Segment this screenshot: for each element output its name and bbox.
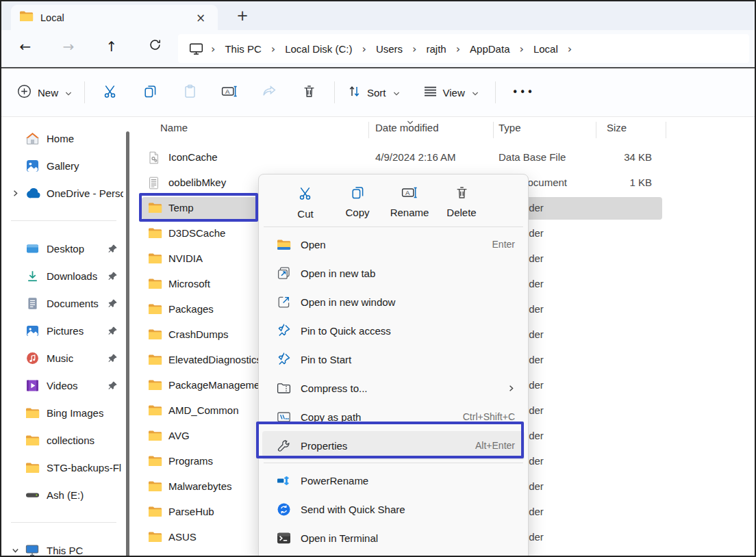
folder-icon — [23, 407, 41, 419]
sidebar-item-onedrive-personal[interactable]: OneDrive - Personal — [1, 179, 126, 207]
menu-item-compress-to-[interactable]: Compress to... — [262, 374, 525, 402]
file-name: D3DSCache — [168, 227, 225, 239]
column-header-name[interactable]: Name — [160, 122, 188, 133]
breadcrumb-item[interactable]: Users — [371, 40, 407, 57]
folder-icon — [148, 354, 163, 367]
terminal-icon — [276, 532, 291, 545]
chevron-right-icon[interactable] — [7, 190, 23, 197]
copy-icon — [143, 84, 158, 101]
pin-icon — [108, 244, 118, 254]
back-button[interactable]: ← — [16, 38, 34, 55]
pin-icon — [276, 324, 291, 338]
sidebar-item-this-pc[interactable]: This PC — [1, 536, 126, 556]
column-header-type[interactable]: Type — [499, 122, 521, 133]
breadcrumb-item[interactable]: Local Disk (C:) — [280, 40, 357, 57]
videos-icon — [23, 379, 41, 392]
column-separator[interactable] — [493, 122, 494, 138]
paste-button[interactable] — [170, 84, 210, 101]
plus-circle-icon — [16, 83, 32, 101]
column-separator[interactable] — [368, 122, 369, 138]
sidebar-item-downloads[interactable]: Downloads — [1, 262, 126, 289]
folder-icon — [148, 227, 163, 241]
view-icon — [423, 86, 438, 99]
column-separator[interactable] — [596, 122, 596, 138]
new-button[interactable]: New — [10, 78, 79, 107]
sidebar-item-label: collections — [47, 435, 94, 446]
folder-icon — [148, 252, 163, 266]
menu-item-powerrename[interactable]: PowerRename — [262, 466, 525, 495]
file-name: CrashDumps — [168, 328, 229, 340]
breadcrumb[interactable]: ›This PC›Local Disk (C:)›Users›rajth›App… — [178, 34, 749, 63]
sidebar-item-collections[interactable]: collections — [1, 426, 126, 454]
folder-icon — [148, 303, 163, 317]
breadcrumb-item[interactable]: AppData — [465, 40, 514, 57]
forward-button[interactable]: → — [60, 38, 77, 55]
sidebar-item-home[interactable]: Home — [1, 125, 126, 152]
sidebar-item-gallery[interactable]: Gallery — [1, 152, 126, 179]
column-header-size[interactable]: Size — [607, 122, 627, 133]
column-header-date[interactable]: Date modified — [375, 122, 439, 133]
file-row-iconcache[interactable]: IconCache 4/9/2024 2:16 AM Data Base Fil… — [130, 145, 755, 170]
breadcrumb-item[interactable]: This PC — [220, 40, 266, 57]
column-separator[interactable] — [666, 122, 666, 138]
menu-item-label: Copy as path — [301, 411, 455, 423]
delete-button[interactable] — [289, 84, 329, 101]
sort-button[interactable]: Sort — [340, 79, 407, 106]
tab-close-icon[interactable]: × — [192, 9, 210, 27]
refresh-button[interactable] — [146, 38, 164, 55]
chevron-down-icon[interactable] — [7, 547, 23, 554]
open-folder-icon — [276, 239, 291, 250]
sort-icon — [347, 84, 362, 101]
breadcrumb-item[interactable]: Local — [529, 40, 563, 57]
file-type: Data Base File — [499, 151, 566, 163]
paste-icon — [183, 84, 197, 101]
menu-item-pin-to-start[interactable]: Pin to Start — [262, 345, 525, 374]
sidebar-item-videos[interactable]: Videos — [1, 372, 126, 399]
sidebar-item-ash-e-[interactable]: Ash (E:) — [1, 481, 126, 508]
view-button[interactable]: View — [416, 80, 486, 105]
menu-item-open-in-new-window[interactable]: Open in new window — [262, 287, 525, 316]
breadcrumb-item[interactable]: rajth — [422, 40, 451, 57]
sidebar-item-stg-backups-fl[interactable]: STG-backups-Fl — [1, 454, 126, 481]
menu-item-label: Open — [301, 239, 484, 250]
menu-item-open[interactable]: OpenEnter — [262, 230, 525, 259]
sidebar-scrollbar[interactable] — [126, 131, 129, 557]
sidebar-divider — [11, 220, 116, 221]
sidebar-item-documents[interactable]: Documents — [1, 289, 126, 317]
context-cut-button[interactable]: Cut — [280, 183, 331, 220]
open-new-window-icon — [276, 295, 291, 309]
rename-icon: A — [401, 185, 418, 203]
copy-button[interactable] — [130, 84, 170, 101]
share-button[interactable] — [249, 84, 289, 101]
more-options-button[interactable]: ••• — [501, 86, 546, 99]
menu-item-open-in-terminal[interactable]: Open in Terminal — [262, 523, 525, 552]
up-button[interactable]: ↑ — [103, 38, 121, 55]
context-delete-button[interactable]: Delete — [436, 183, 487, 218]
tab-local[interactable]: Local × — [11, 5, 218, 30]
sidebar-item-label: Desktop — [47, 243, 84, 255]
context-copy-button[interactable]: Copy — [332, 183, 383, 218]
cut-button[interactable] — [90, 83, 130, 102]
annotation-box-properties — [256, 422, 524, 458]
file-database-icon — [148, 151, 163, 165]
thispc-icon — [23, 544, 41, 556]
sidebar-item-bing-images[interactable]: Bing Images — [1, 399, 126, 426]
rename-button[interactable]: A — [210, 84, 249, 101]
menu-item-open-in-new-tab[interactable]: Open in new tab — [262, 259, 525, 287]
sidebar-item-music[interactable]: Music — [1, 344, 126, 372]
delete-trash-icon — [455, 185, 469, 203]
menu-item-label: Open in new window — [301, 296, 515, 308]
new-tab-button[interactable]: + — [233, 6, 252, 25]
breadcrumb-separator: › — [563, 42, 577, 55]
chevron-right-icon — [507, 383, 515, 394]
file-name: ElevatedDiagnostics — [168, 354, 262, 365]
downloads-icon — [23, 270, 41, 283]
sidebar-item-desktop[interactable]: Desktop — [1, 235, 126, 262]
folder-icon — [19, 10, 34, 25]
menu-item-pin-to-quick-access[interactable]: Pin to Quick access — [262, 316, 525, 345]
menu-item-label: Open in new tab — [301, 268, 515, 279]
sidebar-item-label: Downloads — [47, 270, 97, 282]
menu-item-send-with-quick-share[interactable]: Send with Quick Share — [262, 495, 525, 523]
sidebar-item-pictures[interactable]: Pictures — [1, 317, 126, 344]
context-rename-button[interactable]: A Rename — [384, 183, 435, 218]
